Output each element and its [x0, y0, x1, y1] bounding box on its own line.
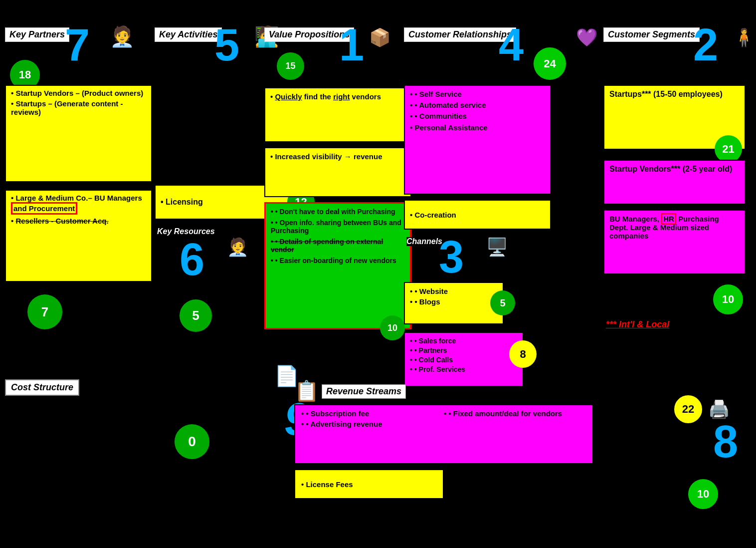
vp-yellow-box-1: • Quickly find the right vendors	[264, 87, 411, 142]
revenue-license-box: • License Fees	[294, 469, 444, 499]
cr-circle-8: 8	[509, 340, 537, 368]
vp-circle-15: 15	[277, 52, 304, 80]
vp-green-box: • Don't have to deal with Purchasing • O…	[264, 202, 411, 329]
cs-circle-10-bottom: 10	[688, 479, 718, 509]
cr-circle-24: 24	[534, 47, 566, 80]
key-partners-list2: Large & Medium Co.– BU Managers and Proc…	[6, 191, 151, 230]
key-partners-box2: Large & Medium Co.– BU Managers and Proc…	[5, 190, 152, 282]
cs-note: *** Int'l & Local	[606, 319, 669, 330]
revenue-streams-header: Revenue Streams	[322, 384, 406, 399]
key-resources-icon: 🧑‍💼	[227, 237, 249, 258]
kp-item-1: Startup Vendors – (Product owners)	[11, 89, 146, 97]
kp-item-2: Startups – (Generate content - reviews)	[11, 99, 146, 116]
cs-yellow-startups: Startups*** (15-50 employees) 21	[603, 85, 746, 150]
cs-magenta-bu-managers: BU Managers, HR Purchasing Dept. Large &…	[603, 210, 746, 274]
channels-header: Channels	[406, 237, 442, 246]
channels-icon: 🖥️	[486, 237, 508, 258]
revenue-streams-box: • Subscription fee • Fixed amount/deal f…	[294, 404, 593, 464]
key-partners-box: Startup Vendors – (Product owners) Start…	[5, 85, 152, 182]
cr-big-number: 4	[499, 22, 524, 67]
key-partners-icon: 🧑‍💼	[110, 25, 135, 48]
kp-item-3: Large & Medium Co.– BU Managers and Proc…	[11, 194, 146, 215]
cr-magenta-box: • Self Service • Automated service • Com…	[404, 85, 551, 195]
cr-icon: 💜	[576, 27, 598, 48]
channels-circle-5: 5	[490, 290, 515, 315]
channels-yellow-box: • Website • Blogs 5	[404, 282, 504, 324]
key-activities-big-number: 5	[214, 22, 239, 67]
value-propositions-icon: 📦	[369, 27, 391, 48]
key-partners-header: Key Partners	[5, 27, 69, 42]
key-activities-header: Key Activities	[155, 27, 222, 42]
key-partners-big-number: 7	[65, 22, 90, 67]
cs-icon: 🧍	[733, 27, 755, 48]
cs-big-8: 8	[713, 419, 738, 464]
key-resources-big-number: 6	[180, 237, 204, 282]
channels-big-number: 3	[439, 235, 464, 279]
key-partners-list: Startup Vendors – (Product owners) Start…	[6, 86, 151, 121]
ka-circle-5: 5	[180, 299, 212, 332]
revenue-doc-icon: 📋	[294, 379, 319, 403]
cr-yellow-cocreation: • Co-creation	[404, 200, 551, 230]
cost-circle-0: 0	[175, 424, 209, 459]
cs-circle-21: 21	[715, 135, 742, 163]
value-propositions-big-number: 1	[339, 22, 364, 67]
cr-bottom-box: • Sales force • Partners • Cold Calls • …	[404, 332, 524, 387]
vp-yellow-box-2: • Increased visibility → revenue	[264, 147, 411, 197]
cs-circle-22: 22	[673, 394, 703, 424]
cs-magenta-startup-vendors: Startup Vendors*** (2-5 year old)	[603, 160, 746, 205]
cs-big-number: 2	[693, 22, 718, 67]
cost-structure-header: Cost Structure	[5, 379, 79, 396]
kp-item-4: Resellers - Customer Acq.	[11, 217, 146, 225]
key-partners-circle-7: 7	[27, 294, 62, 329]
customer-segments-header: Customer Segments	[603, 27, 700, 42]
cs-circle-10: 10	[713, 284, 743, 314]
vp-circle-10: 10	[380, 315, 405, 340]
